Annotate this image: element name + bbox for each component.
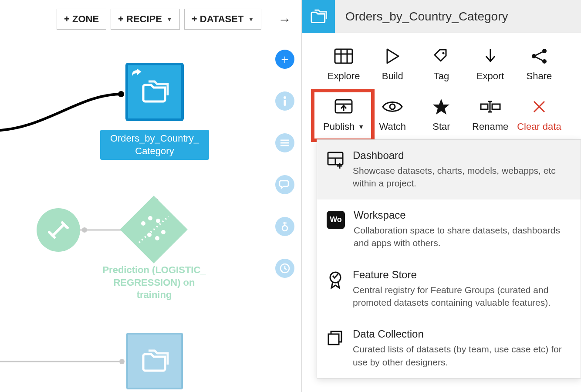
dataset-node-label: Orders_by_Country_ Category [100,130,209,160]
menu-item-title: Feature Store [353,269,571,281]
share-icon [530,46,549,66]
folder-icon [139,79,170,105]
svg-line-31 [536,52,543,55]
share-arrow-icon [131,67,143,81]
clear-data-label: Clear data [517,121,561,132]
star-icon [432,97,450,117]
dashboard-icon [327,149,344,190]
menu-item-desc: Showcase datasets, charts, models, webap… [353,164,571,190]
table-icon [334,46,353,66]
svg-point-1 [119,359,125,364]
menu-item-desc: Curated lists of datasets (by team, use … [353,343,571,368]
svg-rect-22 [335,49,352,63]
build-action[interactable]: Build [368,44,417,84]
info-icon[interactable] [275,91,294,111]
rename-icon [479,97,502,117]
explore-label: Explore [328,71,360,82]
svg-point-29 [542,49,547,53]
export-label: Export [476,71,504,82]
publish-menu-item-dashboard[interactable]: Dashboard Showcase datasets, charts, mod… [317,140,581,199]
publish-label: Publish [323,121,355,132]
svg-point-36 [390,104,395,109]
svg-point-2 [82,227,87,233]
svg-point-30 [542,59,547,64]
model-node[interactable] [37,208,80,252]
workspace-icon: Wo [327,209,345,250]
svg-rect-16 [284,100,286,106]
panel-header-icon [302,0,335,33]
tag-label: Tag [434,71,449,82]
svg-point-11 [156,219,160,223]
share-action[interactable]: Share [515,44,564,84]
publish-menu: Dashboard Showcase datasets, charts, mod… [317,139,581,378]
rename-action[interactable]: Rename [466,95,515,134]
tag-action[interactable]: Tag [417,44,466,84]
svg-line-6 [51,234,54,237]
play-icon [384,46,401,66]
add-zone-button[interactable]: + ZONE [57,9,106,30]
build-label: Build [382,71,403,82]
folder-icon [139,348,170,374]
publish-action[interactable]: Publish▼ [319,95,368,134]
history-icon[interactable] [275,259,294,278]
publish-menu-item-workspace[interactable]: Wo Workspace Collaboration space to shar… [317,199,581,259]
dataset-node-selected[interactable] [126,64,183,120]
svg-line-3 [53,224,64,236]
add-button[interactable]: ＋ [275,50,294,69]
add-dataset-button[interactable]: + DATASET ▼ [184,9,261,30]
watch-action[interactable]: Watch [368,95,417,134]
tag-icon [432,46,450,66]
svg-point-15 [284,96,286,99]
share-label: Share [527,71,552,82]
svg-rect-51 [328,334,339,345]
dataset-node-faded[interactable] [126,333,183,389]
add-recipe-button[interactable]: + RECIPE ▼ [111,9,180,30]
svg-point-26 [443,52,445,54]
add-zone-label: + ZONE [64,14,99,25]
export-action[interactable]: Export [466,44,515,84]
flow-canvas[interactable]: + ZONE + RECIPE ▼ + DATASET ▼ Orders_by_… [0,0,268,392]
star-label: Star [432,121,450,132]
svg-point-13 [155,236,159,240]
clear-data-action[interactable]: Clear data [515,95,564,134]
comments-icon[interactable] [275,175,294,194]
eye-icon [382,97,403,117]
action-grid: Explore Build Tag Export Share [302,33,581,139]
svg-rect-38 [492,104,500,109]
side-rail: → ＋ [268,0,302,392]
svg-point-9 [141,221,145,226]
menu-item-title: Workspace [354,209,571,221]
badge-icon [327,269,344,309]
publish-icon [334,97,354,117]
lab-icon[interactable] [275,217,294,236]
add-dataset-label: + DATASET [192,14,244,25]
svg-rect-37 [481,104,488,109]
svg-point-0 [118,91,124,97]
publish-menu-item-feature-store[interactable]: Feature Store Central registry for Featu… [317,259,581,319]
menu-item-desc: Collaboration space to share datasets, d… [354,224,571,250]
svg-point-28 [532,54,536,58]
chevron-down-icon: ▼ [248,16,254,23]
menu-item-title: Dashboard [353,149,571,162]
download-icon [483,46,498,66]
svg-point-10 [148,216,152,220]
explore-action[interactable]: Explore [319,44,368,84]
publish-menu-item-data-collection[interactable]: Data Collection Curated lists of dataset… [317,318,581,378]
menu-item-desc: Central registry for Feature Groups (cur… [353,284,571,309]
chevron-down-icon: ▼ [166,16,172,23]
close-icon [531,97,547,117]
rename-label: Rename [472,121,508,132]
prediction-node-label: Prediction (LOGISTIC_ REGRESSION) on tra… [98,264,211,301]
collapse-arrow-icon[interactable]: → [278,12,291,27]
star-action[interactable]: Star [417,95,466,134]
svg-point-12 [147,233,152,237]
flow-toolbar: + ZONE + RECIPE ▼ + DATASET ▼ [0,0,268,30]
svg-point-20 [282,226,287,231]
list-icon[interactable] [275,133,294,152]
svg-point-14 [161,230,166,234]
stack-icon [327,328,344,368]
watch-label: Watch [379,121,406,132]
svg-line-8 [139,216,169,243]
prediction-node[interactable] [121,197,186,262]
svg-line-7 [64,224,67,227]
